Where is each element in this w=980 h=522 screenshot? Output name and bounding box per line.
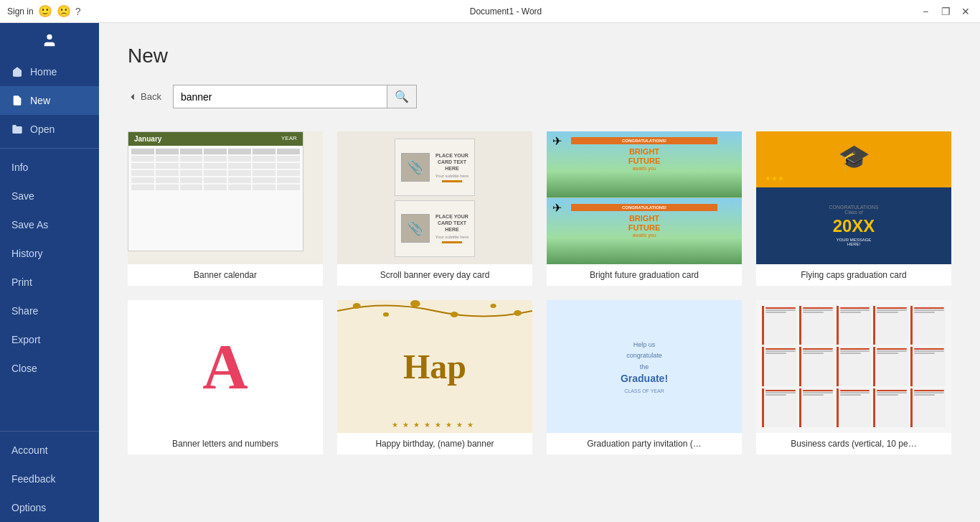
svg-point-3 <box>353 303 361 309</box>
restore-button[interactable]: ❐ <box>938 6 953 17</box>
sidebar-item-export[interactable]: Export <box>0 325 99 354</box>
title-sign-in[interactable]: Sign in <box>7 6 34 17</box>
svg-point-5 <box>410 300 420 307</box>
template-label-2: Bright future graduation card <box>547 264 742 286</box>
template-label-6: Graduation party invitation (… <box>547 433 742 455</box>
page-title: New <box>128 45 951 67</box>
minimize-button[interactable]: − <box>918 6 933 17</box>
template-label-0: Banner calendar <box>128 264 323 286</box>
search-button[interactable]: 🔍 <box>387 85 416 108</box>
sidebar-item-feedback[interactable]: Feedback <box>0 465 99 493</box>
template-label-3: Flying caps graduation card <box>756 264 951 286</box>
search-input[interactable] <box>174 87 387 107</box>
sidebar-nav: Home New Open Info Save Save As History <box>0 57 99 522</box>
sidebar-item-account[interactable]: Account <box>0 436 99 465</box>
sidebar-item-share[interactable]: Share <box>0 297 99 325</box>
template-item-bright-future[interactable]: CONGRATULATIONS! BRIGHTFUTURE awaits you… <box>547 131 742 286</box>
template-item-flying-caps[interactable]: 🎓 CONGRATULATIONSClass of 20XX YOUR MESS… <box>756 131 951 286</box>
sidebar-item-save-as[interactable]: Save As <box>0 210 99 239</box>
sidebar-item-print[interactable]: Print <box>0 268 99 297</box>
search-bar: Back 🔍 <box>128 85 951 108</box>
template-grid: January YEAR Banner calendar <box>128 131 951 455</box>
template-label-4: Banner letters and numbers <box>128 433 323 455</box>
help-icon[interactable]: ? <box>75 6 81 17</box>
back-link[interactable]: Back <box>128 91 161 102</box>
main-content: New Back 🔍 January YEAR <box>99 23 980 522</box>
sidebar-item-open[interactable]: Open <box>0 115 99 144</box>
template-item-banner-calendar[interactable]: January YEAR Banner calendar <box>128 131 323 286</box>
svg-point-4 <box>383 312 389 317</box>
svg-point-7 <box>491 304 496 308</box>
template-item-happy-birthday[interactable]: Hap ★★★★★★★★ Happy birthday, (name) bann… <box>337 300 532 455</box>
sidebar: Home New Open Info Save Save As History <box>0 23 99 522</box>
sidebar-item-home[interactable]: Home <box>0 57 99 86</box>
template-item-banner-letters[interactable]: A Banner letters and numbers <box>128 300 323 455</box>
sidebar-item-save[interactable]: Save <box>0 182 99 210</box>
sidebar-item-info[interactable]: Info <box>0 153 99 182</box>
template-label-7: Business cards (vertical, 10 pe… <box>756 433 951 455</box>
template-label-5: Happy birthday, (name) banner <box>337 433 532 455</box>
close-button[interactable]: ✕ <box>958 6 973 17</box>
title-bar: Sign in 🙂 🙁 ? Document1 - Word − ❐ ✕ <box>0 0 980 23</box>
template-label-1: Scroll banner every day card <box>337 264 532 286</box>
back-label: Back <box>141 91 161 102</box>
emoji-sad-icon[interactable]: 🙁 <box>57 4 71 18</box>
template-item-scroll-banner[interactable]: 📎 PLACE YOURCARD TEXTHERE Your subtitle … <box>337 131 532 286</box>
sidebar-item-new[interactable]: New <box>0 86 99 115</box>
template-item-business-cards[interactable]: Business cards (vertical, 10 pe… <box>756 300 951 455</box>
sidebar-item-close[interactable]: Close <box>0 354 99 383</box>
svg-point-6 <box>451 312 458 317</box>
emoji-happy-icon[interactable]: 🙂 <box>38 4 52 18</box>
sidebar-item-options[interactable]: Options <box>0 493 99 522</box>
template-item-graduation-party[interactable]: Help uscongratulatethe Graduate! CLASS O… <box>547 300 742 455</box>
sidebar-item-history[interactable]: History <box>0 239 99 268</box>
search-input-wrap: 🔍 <box>173 85 417 108</box>
sidebar-user-icon[interactable] <box>0 23 99 57</box>
svg-point-0 <box>47 34 52 39</box>
window-title: Document1 - Word <box>93 6 918 17</box>
svg-point-8 <box>514 310 522 316</box>
